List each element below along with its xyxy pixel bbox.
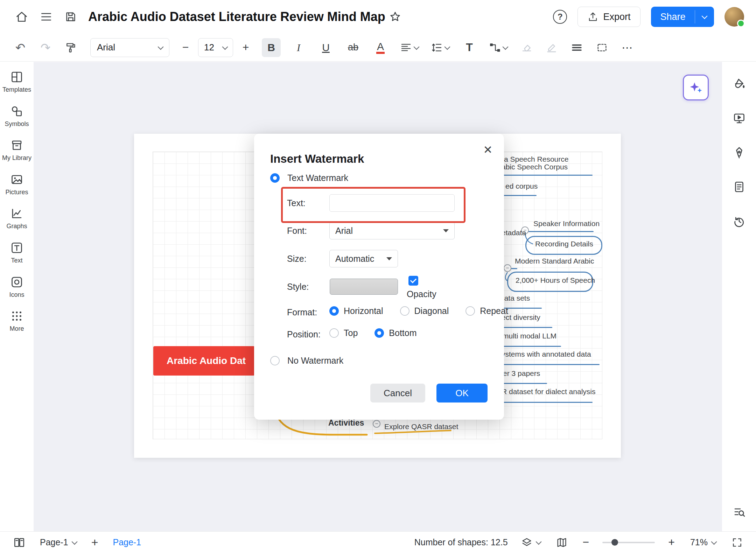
mindmap-node[interactable]: etadata — [502, 229, 526, 237]
font-label: Font: — [287, 226, 307, 236]
page-tab[interactable]: Page-1 — [111, 537, 143, 548]
format-horizontal-radio[interactable] — [329, 306, 339, 316]
text-tool-button[interactable]: T — [460, 38, 479, 57]
collapse-marker[interactable]: − — [504, 264, 511, 272]
sidebar-item-text[interactable]: Text — [8, 241, 25, 265]
layers-button[interactable] — [519, 537, 543, 548]
notes-button[interactable] — [731, 180, 748, 194]
sparkles-icon — [688, 80, 704, 95]
no-watermark-option[interactable]: No Watermark — [270, 356, 343, 366]
zoom-level-dropdown[interactable]: 71% — [688, 537, 718, 548]
undo-button[interactable]: ↶ — [12, 38, 29, 57]
more-tools-button[interactable]: ⋯ — [619, 38, 636, 57]
export-button[interactable]: Export — [578, 7, 640, 27]
opacity-checkbox[interactable] — [408, 276, 418, 286]
mindmap-node[interactable]: ra Speech Resource — [502, 155, 568, 163]
format-repeat-radio[interactable] — [465, 306, 475, 316]
sidebar-item-icons[interactable]: Icons — [7, 275, 26, 299]
align-button[interactable] — [398, 38, 421, 57]
zoom-out-button[interactable]: − — [581, 536, 592, 549]
clear-format-button[interactable] — [518, 38, 535, 57]
redo-button[interactable]: ↷ — [37, 38, 54, 57]
mindmap-node[interactable]: er 3 papers — [503, 369, 540, 378]
strikethrough-button[interactable]: ab — [344, 38, 363, 57]
zoom-slider[interactable] — [602, 542, 655, 543]
mindmap-node[interactable]: ystems with annotated data — [502, 350, 591, 358]
watermark-text-input[interactable] — [329, 194, 455, 212]
sidebar-item-pictures[interactable]: Pictures — [3, 173, 30, 197]
watermark-style-swatch[interactable] — [330, 279, 398, 295]
sidebar-item-templates[interactable]: Templates — [0, 70, 33, 94]
mindmap-node[interactable]: multi modal LLM — [503, 332, 556, 340]
sidebar-item-graphs[interactable]: Graphs — [4, 207, 29, 231]
no-watermark-radio[interactable] — [270, 356, 280, 365]
sidebar-item-my-library[interactable]: My Library — [0, 139, 34, 162]
minus-icon: − — [375, 421, 378, 427]
underline-button[interactable]: U — [316, 38, 335, 57]
mindmap-node[interactable]: Speaker Information — [533, 219, 600, 228]
fullscreen-button[interactable] — [729, 537, 745, 548]
ok-button[interactable]: OK — [436, 384, 488, 402]
share-button[interactable]: Share — [651, 7, 714, 27]
share-dropdown[interactable] — [695, 7, 714, 27]
highlight-button[interactable] — [543, 38, 560, 57]
home-button[interactable] — [12, 7, 31, 27]
zoom-in-button[interactable]: + — [666, 536, 677, 549]
favorite-button[interactable] — [385, 7, 405, 27]
format-painter-button[interactable] — [62, 38, 79, 57]
zoom-slider-knob[interactable] — [611, 539, 618, 546]
slideshow-button[interactable] — [731, 112, 748, 125]
mindmap-node[interactable]: Explore QASR dataset — [384, 422, 458, 431]
font-family-select[interactable]: Arial — [90, 38, 169, 57]
italic-button[interactable]: I — [289, 38, 308, 57]
sidebar-item-label: Icons — [9, 291, 24, 299]
ai-assistant-button[interactable] — [683, 75, 709, 100]
text-watermark-option[interactable]: Text Watermark — [270, 173, 348, 183]
border-style-button[interactable] — [594, 38, 610, 57]
mindmap-node-activities[interactable]: Activities — [328, 418, 364, 428]
line-spacing-button[interactable] — [429, 38, 451, 57]
sidebar-item-symbols[interactable]: Symbols — [2, 105, 31, 128]
font-size-select[interactable]: 12 — [198, 38, 233, 57]
cancel-button[interactable]: Cancel — [370, 384, 425, 402]
connector-button[interactable] — [487, 38, 510, 57]
close-button[interactable]: ✕ — [480, 142, 496, 158]
main-menu-button[interactable] — [36, 7, 56, 27]
increase-font-button[interactable]: + — [238, 38, 253, 57]
user-avatar[interactable] — [724, 7, 744, 27]
position-top-radio[interactable] — [329, 328, 339, 338]
add-page-button[interactable]: + — [89, 535, 100, 550]
save-button[interactable] — [61, 7, 80, 27]
watermark-size-select[interactable]: Automatic — [329, 250, 398, 267]
bold-button[interactable]: B — [262, 38, 281, 57]
line-style-button[interactable] — [568, 38, 585, 57]
mindmap-root-node[interactable]: Arabic Audio Dat — [153, 346, 255, 376]
format-horizontal-label: Horizontal — [344, 306, 383, 316]
collapse-marker[interactable]: − — [373, 420, 380, 428]
reading-view-button[interactable] — [11, 536, 27, 549]
format-diagonal-radio[interactable] — [400, 306, 410, 316]
find-replace-button[interactable] — [731, 505, 748, 519]
mindmap-node[interactable]: abic Speech Corpus — [502, 163, 568, 171]
mindmap-node[interactable]: lata sets — [503, 294, 530, 302]
mindmap-node[interactable]: ed corpus — [505, 182, 538, 190]
help-button[interactable]: ? — [553, 10, 567, 24]
italic-label: I — [297, 42, 300, 54]
decrease-font-button[interactable]: − — [178, 38, 193, 57]
mindmap-node[interactable]: R dataset for dialect analysis — [502, 387, 595, 396]
position-bottom-radio[interactable] — [374, 328, 384, 338]
font-color-button[interactable]: A — [371, 38, 390, 57]
zoom-level: 71% — [690, 537, 708, 547]
navigator-button[interactable] — [554, 537, 569, 548]
pen-style-button[interactable] — [731, 146, 748, 159]
position-options: Top Bottom — [329, 328, 417, 338]
style-fill-button[interactable] — [731, 77, 748, 91]
history-button[interactable] — [731, 215, 748, 228]
mindmap-node[interactable]: Recording Details — [535, 240, 593, 248]
text-watermark-radio[interactable] — [270, 173, 280, 183]
mindmap-node[interactable]: 2,000+ Hours of Speech — [516, 276, 595, 285]
mindmap-node[interactable]: Modern Standard Arabic — [515, 257, 594, 265]
watermark-font-select[interactable]: Arial — [329, 222, 455, 239]
page-dropdown[interactable]: Page-1 — [38, 537, 79, 548]
sidebar-item-more[interactable]: More — [7, 309, 26, 333]
